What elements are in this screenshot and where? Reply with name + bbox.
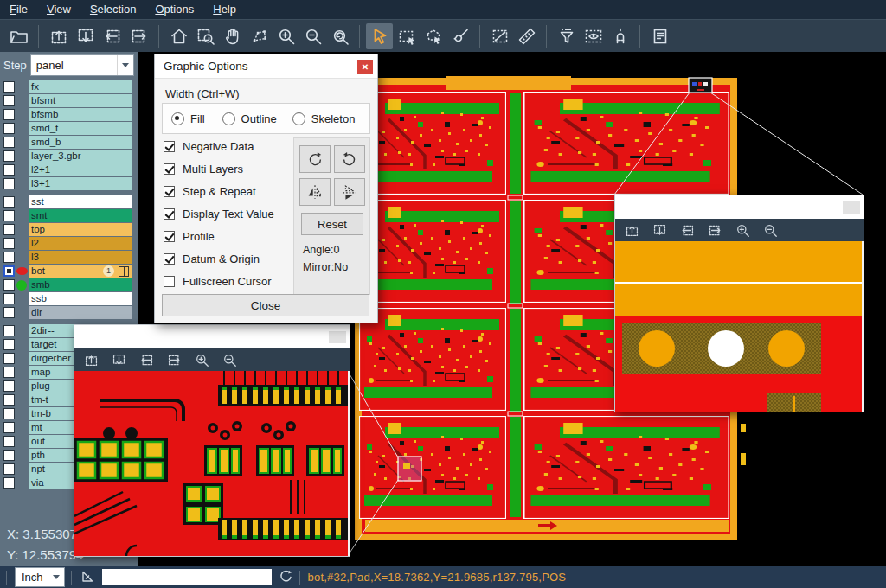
layer-checkbox[interactable] [3,210,15,221]
page-right-button[interactable] [707,222,723,239]
home-view-button[interactable] [165,23,192,49]
layer-label[interactable]: ssb [29,292,132,305]
zoom-out-button[interactable] [222,352,238,368]
layer-row-fx[interactable]: fx [0,80,138,93]
layer-checkbox[interactable] [3,422,15,433]
layer-row-bfsmt[interactable]: bfsmt [0,94,138,107]
grid-icon[interactable] [119,266,129,277]
magnifier-titlebar[interactable] [74,325,350,348]
layer-checkbox[interactable] [3,238,15,249]
check-datum-origin[interactable]: Datum & Origin [164,252,260,265]
window-button[interactable] [329,331,346,343]
zoom-in-button[interactable] [273,23,299,49]
close-icon[interactable]: ✕ [357,60,373,74]
magnified-pad-view[interactable] [615,241,862,412]
layer-row-dir[interactable]: dir [0,306,138,319]
layer-checkbox[interactable] [3,95,15,106]
check-step-repeat[interactable]: Step & Repeat [164,185,256,198]
layer-row-smd_t[interactable]: smd_t [0,122,138,135]
check-negative-data[interactable]: Negative Data [164,140,254,153]
layer-checkbox[interactable] [3,109,15,120]
layer-label[interactable]: bot1 [29,265,132,278]
check-fullscreen-cursor[interactable]: Fullscreen Cursor [164,275,272,288]
layer-label[interactable]: smb [29,278,132,291]
check-profile[interactable]: Profile [164,230,215,243]
rotate-cw-button[interactable] [299,145,331,173]
layer-checkbox[interactable] [3,252,15,263]
zoom-in-button[interactable] [735,222,751,239]
layer-checkbox[interactable] [3,477,15,489]
page-up-button[interactable] [83,352,100,368]
menu-file[interactable]: File [0,0,37,19]
layer-checkbox[interactable] [3,307,15,318]
layer-checkbox[interactable] [3,164,15,176]
view-box-button[interactable] [580,23,607,49]
mirror-vertical-button[interactable] [334,178,365,206]
layer-checkbox-selected[interactable] [3,265,15,277]
layer-checkbox[interactable] [3,150,15,162]
layer-checkbox[interactable] [3,380,15,392]
page-right-button[interactable] [166,352,183,368]
graphic-options-dialog[interactable]: Graphic Options ✕ Width (Ctrl+W) Fill Ou… [154,54,378,323]
layer-label[interactable]: l2+1 [29,163,132,176]
node-edit-button[interactable] [246,23,273,49]
rect-select-button[interactable] [393,23,420,49]
layer-label[interactable]: smt [29,209,132,222]
page-left-button[interactable] [138,352,155,368]
unit-select[interactable]: Inch [15,567,65,587]
page-down-button[interactable] [111,352,127,368]
refresh-icon[interactable] [279,569,293,586]
page-up-button[interactable] [624,222,640,239]
rotate-ccw-button[interactable] [334,145,365,173]
layer-checkbox[interactable] [3,394,15,406]
page-down-button[interactable] [652,222,668,239]
select-tool-button[interactable] [366,23,393,49]
layer-checkbox[interactable] [3,325,15,336]
dialog-titlebar[interactable]: Graphic Options ✕ [155,54,377,79]
zoom-out-button[interactable] [762,222,779,239]
filter-button[interactable] [553,23,580,49]
layer-row-smd_b[interactable]: smd_b [0,136,138,149]
layer-row-ssb[interactable]: ssb [0,292,138,305]
layer-row-bot[interactable]: bot1 [0,265,138,278]
magnifier-window-right[interactable] [614,195,864,412]
zoom-previous-button[interactable] [326,23,353,49]
layer-checkbox[interactable] [3,137,15,148]
command-input[interactable] [102,569,272,585]
layer-label[interactable]: bfsmb [29,108,132,121]
ruler-button[interactable] [513,23,540,49]
layer-checkbox[interactable] [3,436,15,447]
radio-fill[interactable]: Fill [171,112,205,125]
close-button[interactable]: Close [162,294,369,316]
layer-checkbox[interactable] [3,367,15,378]
layer-row-l3plus1[interactable]: l3+1 [0,177,138,190]
open-file-button[interactable] [5,23,32,49]
layer-row-l2plus1[interactable]: l2+1 [0,163,138,176]
reset-button[interactable]: Reset [301,213,363,235]
polygon-select-button[interactable] [420,23,446,49]
layer-row-smb[interactable]: smb [0,278,138,291]
layer-label[interactable]: l3+1 [29,177,132,190]
layer-row-top[interactable]: top [0,223,138,236]
layer-checkbox[interactable] [3,353,15,364]
magnified-trace-view[interactable] [74,371,348,556]
mirror-horizontal-button[interactable] [299,178,331,206]
zoom-out-button[interactable] [299,23,326,49]
radio-outline[interactable]: Outline [222,112,277,125]
layer-row-l2[interactable]: l2 [0,237,138,250]
report-button[interactable] [646,23,673,49]
layer-checkbox[interactable] [3,339,15,350]
check-multi-layers[interactable]: Multi Layers [164,163,243,176]
layer-label[interactable]: sst [29,195,132,208]
menu-help[interactable]: Help [203,0,246,19]
layer-checkbox[interactable] [3,408,15,419]
layer-checkbox[interactable] [3,178,15,189]
layer-checkbox[interactable] [3,123,15,134]
layer-label[interactable]: fx [29,80,132,93]
layer-checkbox[interactable] [3,450,15,461]
radio-skeleton[interactable]: Skeleton [292,112,356,125]
measure-button[interactable] [486,23,513,49]
snap-button[interactable] [607,23,633,49]
layer-label[interactable]: top [29,223,132,236]
layer-label[interactable]: layer_3.gbr [29,150,132,163]
